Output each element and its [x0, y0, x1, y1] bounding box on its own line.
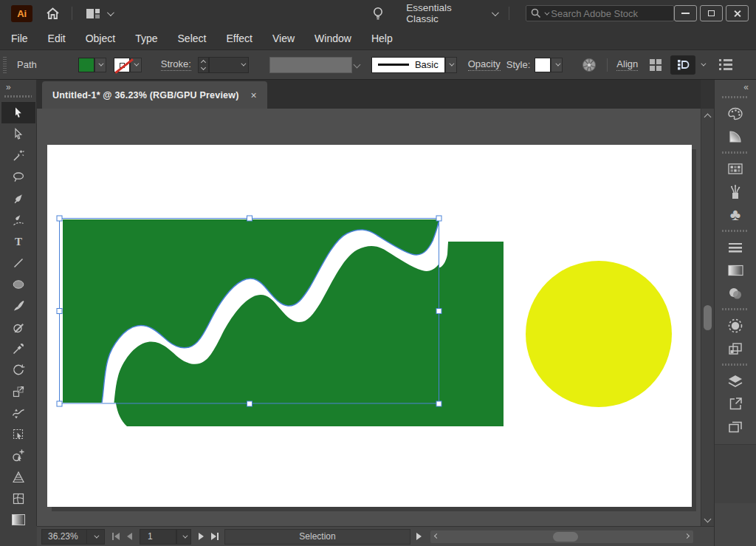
- yellow-circle[interactable]: [526, 261, 672, 407]
- dock-grip[interactable]: [722, 364, 749, 366]
- controlbar-grip[interactable]: [3, 57, 7, 73]
- lightbulb-icon[interactable]: [372, 6, 384, 21]
- color-guide-panel-button[interactable]: [715, 125, 756, 148]
- vertical-scrollbar-thumb[interactable]: [704, 305, 712, 330]
- appearance-panel-button[interactable]: [715, 314, 756, 337]
- dock-grip[interactable]: [722, 230, 749, 232]
- last-artboard-button[interactable]: [211, 533, 219, 540]
- status-text-field[interactable]: Selection: [224, 529, 410, 545]
- align-to-button[interactable]: [670, 55, 695, 75]
- variable-width-profile-dropdown[interactable]: Basic: [371, 57, 445, 73]
- width-tool[interactable]: [1, 402, 35, 423]
- profile-chevron[interactable]: [445, 57, 457, 73]
- menu-item[interactable]: Help: [371, 33, 393, 44]
- fill-color-swatch[interactable]: [78, 58, 94, 72]
- transparency-panel-button[interactable]: [715, 281, 756, 304]
- menu-item[interactable]: Window: [315, 33, 351, 44]
- menu-item[interactable]: Select: [178, 33, 207, 44]
- ellipse-tool[interactable]: [1, 273, 35, 295]
- dock-grip[interactable]: [722, 96, 749, 98]
- next-artboard-button[interactable]: [199, 533, 204, 540]
- perspective-grid-tool[interactable]: [1, 466, 35, 488]
- workspace-switcher[interactable]: Essentials Classic: [406, 2, 497, 24]
- free-transform-tool[interactable]: [1, 423, 35, 445]
- adobe-stock-search[interactable]: [526, 5, 674, 21]
- align-to-chevron[interactable]: [701, 61, 707, 66]
- artboard-dropdown-button[interactable]: [176, 529, 191, 545]
- arrange-documents-chevron-icon[interactable]: [107, 11, 112, 16]
- search-input[interactable]: [551, 8, 662, 19]
- toolbar-expand-icon[interactable]: »: [0, 80, 36, 92]
- dock-collapse-icon[interactable]: «: [715, 80, 756, 92]
- rotate-tool[interactable]: [1, 359, 35, 381]
- previous-artboard-button[interactable]: [127, 533, 132, 540]
- zoom-dropdown-button[interactable]: [87, 529, 105, 545]
- shape-builder-tool[interactable]: [1, 445, 35, 466]
- stroke-panel-button[interactable]: [715, 236, 756, 259]
- stroke-color-swatch[interactable]: [114, 58, 130, 72]
- search-scope-chevron-icon[interactable]: [545, 10, 550, 15]
- tab-close-icon[interactable]: ×: [251, 89, 257, 101]
- menu-item[interactable]: Edit: [48, 33, 66, 44]
- type-tool[interactable]: T: [1, 231, 35, 252]
- selection-tool[interactable]: [1, 102, 35, 123]
- export-panel-button[interactable]: [715, 392, 756, 415]
- shaper-tool[interactable]: [1, 316, 35, 338]
- fill-color-chevron[interactable]: [94, 58, 106, 72]
- menu-item[interactable]: Effect: [226, 33, 252, 44]
- stroke-weight-dropdown[interactable]: [209, 57, 249, 73]
- pen-tool[interactable]: [1, 188, 35, 209]
- canvas-area[interactable]: [37, 109, 701, 526]
- zoom-level-field[interactable]: 36.23%: [41, 529, 87, 545]
- dock-grip[interactable]: [722, 151, 749, 154]
- paintbrush-tool[interactable]: [1, 295, 35, 316]
- toolbar-grip[interactable]: [4, 95, 32, 98]
- style-swatch[interactable]: [535, 58, 551, 72]
- lasso-tool[interactable]: [1, 166, 35, 188]
- menu-item[interactable]: View: [272, 33, 295, 44]
- layers-panel-button[interactable]: [715, 369, 756, 392]
- align-label[interactable]: Align: [616, 58, 638, 71]
- menu-item[interactable]: File: [11, 33, 28, 44]
- brushes-panel-button[interactable]: [715, 180, 756, 203]
- curvature-tool[interactable]: [1, 209, 35, 231]
- line-segment-tool[interactable]: [1, 252, 35, 273]
- vertical-scrollbar[interactable]: [701, 109, 714, 526]
- dock-grip[interactable]: [722, 308, 749, 310]
- first-artboard-button[interactable]: [112, 533, 120, 540]
- stroke-weight-stepper[interactable]: [198, 57, 209, 73]
- horizontal-scrollbar-thumb[interactable]: [553, 532, 578, 542]
- mesh-tool[interactable]: [1, 488, 35, 509]
- scroll-right-icon[interactable]: [684, 533, 690, 538]
- stroke-label[interactable]: Stroke:: [161, 58, 191, 71]
- arrange-documents-icon[interactable]: [86, 8, 100, 19]
- graphic-styles-panel-button[interactable]: [715, 337, 756, 360]
- eyedropper-tool[interactable]: [1, 338, 35, 359]
- document-tab[interactable]: Untitled-1* @ 36.23% (RGB/GPU Preview) ×: [42, 81, 267, 109]
- align-objects-icon[interactable]: [650, 59, 662, 71]
- scale-tool[interactable]: [1, 381, 35, 402]
- maximize-button[interactable]: [700, 5, 723, 21]
- color-panel-button[interactable]: [715, 102, 756, 125]
- status-flyout-button[interactable]: [416, 533, 422, 540]
- close-button[interactable]: [726, 5, 749, 21]
- magic-wand-tool[interactable]: [1, 145, 35, 166]
- swatches-panel-button[interactable]: [715, 157, 756, 180]
- home-icon[interactable]: [46, 7, 60, 20]
- artboard-number-field[interactable]: 1: [140, 529, 176, 545]
- scroll-left-icon[interactable]: [434, 533, 439, 538]
- menu-item[interactable]: Object: [86, 33, 115, 44]
- menu-item[interactable]: Type: [135, 33, 157, 44]
- artboards-panel-button[interactable]: [715, 415, 756, 438]
- panel-menu-icon[interactable]: [719, 59, 732, 70]
- direct-selection-tool[interactable]: [1, 123, 35, 145]
- horizontal-scrollbar[interactable]: [430, 530, 693, 543]
- symbols-panel-button[interactable]: ♣: [715, 203, 756, 226]
- recolor-artwork-icon[interactable]: [582, 58, 597, 72]
- scroll-up-icon[interactable]: [704, 114, 712, 121]
- minimize-button[interactable]: [674, 5, 697, 21]
- gradient-panel-button[interactable]: [715, 259, 756, 281]
- style-chevron[interactable]: [551, 58, 563, 72]
- opacity-label[interactable]: Opacity: [468, 58, 501, 71]
- scroll-down-icon[interactable]: [704, 516, 712, 523]
